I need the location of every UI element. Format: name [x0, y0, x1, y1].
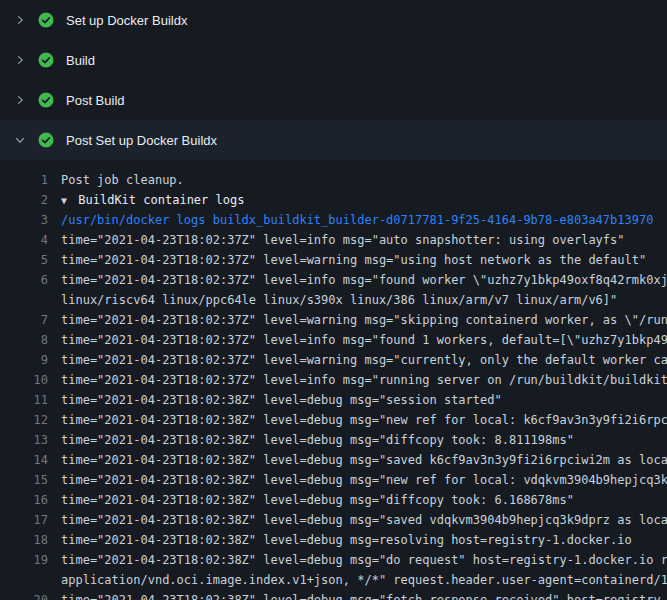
log-line-number[interactable]: 15: [0, 470, 48, 490]
log-line: 4time="2021-04-23T18:02:37Z" level=info …: [0, 230, 667, 250]
log-text: time="2021-04-23T18:02:38Z" level=debug …: [61, 410, 667, 430]
step-header-set-up-docker-buildx[interactable]: Set up Docker Buildx: [0, 0, 667, 40]
log-text: time="2021-04-23T18:02:38Z" level=debug …: [61, 490, 574, 510]
log-line-number[interactable]: 16: [0, 490, 48, 510]
log-line-number[interactable]: 4: [0, 230, 48, 250]
log-line-number[interactable]: 17: [0, 510, 48, 530]
log-line-number[interactable]: 13: [0, 430, 48, 450]
log-text: Post job cleanup.: [61, 170, 184, 190]
log-line-number[interactable]: 1: [0, 170, 48, 190]
log-line-number[interactable]: 7: [0, 310, 48, 330]
log-group-title[interactable]: BuildKit container logs: [71, 193, 244, 207]
log-text: time="2021-04-23T18:02:37Z" level=warnin…: [61, 350, 667, 370]
step-title: Post Set up Docker Buildx: [66, 133, 217, 148]
log-line-number[interactable]: 19: [0, 550, 48, 570]
log-line-number[interactable]: 3: [0, 210, 48, 230]
log-line: 9time="2021-04-23T18:02:37Z" level=warni…: [0, 350, 667, 370]
log-text: time="2021-04-23T18:02:37Z" level=info m…: [61, 370, 667, 390]
log-line-number[interactable]: 18: [0, 530, 48, 550]
log-text: linux/riscv64 linux/ppc64le linux/s390x …: [61, 290, 617, 310]
log-line: 11time="2021-04-23T18:02:38Z" level=debu…: [0, 390, 667, 410]
step-title: Build: [66, 53, 95, 68]
check-circle-icon: [38, 132, 54, 148]
log-line: 15time="2021-04-23T18:02:38Z" level=debu…: [0, 470, 667, 490]
log-text: time="2021-04-23T18:02:38Z" level=debug …: [61, 450, 667, 470]
log-line: 7time="2021-04-23T18:02:37Z" level=warni…: [0, 310, 667, 330]
log-line: 8time="2021-04-23T18:02:37Z" level=info …: [0, 330, 667, 350]
log-text: time="2021-04-23T18:02:38Z" level=debug …: [61, 530, 632, 550]
step-header-post-build[interactable]: Post Build: [0, 80, 667, 120]
log-line-number[interactable]: 20: [0, 590, 48, 600]
check-circle-icon: [38, 52, 54, 68]
log-line-number[interactable]: 14: [0, 450, 48, 470]
step-header-post-set-up-docker-buildx[interactable]: Post Set up Docker Buildx: [0, 120, 667, 160]
log-text: time="2021-04-23T18:02:37Z" level=warnin…: [61, 250, 646, 270]
log-text: time="2021-04-23T18:02:38Z" level=debug …: [61, 470, 667, 490]
log-line: 6time="2021-04-23T18:02:37Z" level=info …: [0, 270, 667, 290]
log-text: time="2021-04-23T18:02:38Z" level=debug …: [61, 550, 667, 570]
log-line: 12time="2021-04-23T18:02:38Z" level=debu…: [0, 410, 667, 430]
log-text: time="2021-04-23T18:02:37Z" level=warnin…: [61, 310, 667, 330]
log-line: 17time="2021-04-23T18:02:38Z" level=debu…: [0, 510, 667, 530]
log-text: application/vnd.oci.image.index.v1+json,…: [61, 570, 667, 590]
check-circle-icon: [38, 12, 54, 28]
step-title: Post Build: [66, 93, 125, 108]
log-text: time="2021-04-23T18:02:37Z" level=info m…: [61, 270, 667, 290]
log-line-number[interactable]: 5: [0, 250, 48, 270]
log-line-number[interactable]: 11: [0, 390, 48, 410]
log-line: 1Post job cleanup.: [0, 170, 667, 190]
log-line-number[interactable]: 6: [0, 270, 48, 290]
log-text: time="2021-04-23T18:02:38Z" level=debug …: [61, 510, 667, 530]
log-line-number[interactable]: 10: [0, 370, 48, 390]
log-line-number[interactable]: 12: [0, 410, 48, 430]
log-text: ▼ BuildKit container logs: [61, 190, 244, 210]
log-line-number[interactable]: 8: [0, 330, 48, 350]
log-line: 19time="2021-04-23T18:02:38Z" level=debu…: [0, 550, 667, 570]
log-line: 16time="2021-04-23T18:02:38Z" level=debu…: [0, 490, 667, 510]
log-line: linux/riscv64 linux/ppc64le linux/s390x …: [0, 290, 667, 310]
log-text: time="2021-04-23T18:02:38Z" level=debug …: [61, 390, 502, 410]
log-line-number[interactable]: 2: [0, 190, 48, 210]
log-text: time="2021-04-23T18:02:38Z" level=debug …: [61, 430, 574, 450]
chevron-right-icon[interactable]: [12, 12, 28, 28]
step-title: Set up Docker Buildx: [66, 13, 187, 28]
log-line-number[interactable]: 9: [0, 350, 48, 370]
chevron-down-icon[interactable]: [12, 132, 28, 148]
log-viewer: 1Post job cleanup.2▼ BuildKit container …: [0, 160, 667, 600]
log-line: 10time="2021-04-23T18:02:37Z" level=info…: [0, 370, 667, 390]
chevron-right-icon[interactable]: [12, 52, 28, 68]
log-line: 5time="2021-04-23T18:02:37Z" level=warni…: [0, 250, 667, 270]
log-line: 14time="2021-04-23T18:02:38Z" level=debu…: [0, 450, 667, 470]
log-line: 13time="2021-04-23T18:02:38Z" level=debu…: [0, 430, 667, 450]
log-line: 3/usr/bin/docker logs buildx_buildkit_bu…: [0, 210, 667, 230]
log-line: application/vnd.oci.image.index.v1+json,…: [0, 570, 667, 590]
log-text: time="2021-04-23T18:02:37Z" level=info m…: [61, 230, 625, 250]
log-line: 18time="2021-04-23T18:02:38Z" level=debu…: [0, 530, 667, 550]
log-text: time="2021-04-23T18:02:38Z" level=debug …: [61, 590, 661, 600]
log-text: time="2021-04-23T18:02:37Z" level=info m…: [61, 330, 667, 350]
check-circle-icon: [38, 92, 54, 108]
triangle-down-icon[interactable]: ▼: [61, 195, 67, 206]
log-command-text[interactable]: /usr/bin/docker logs buildx_buildkit_bui…: [61, 210, 653, 230]
chevron-right-icon[interactable]: [12, 92, 28, 108]
step-header-build[interactable]: Build: [0, 40, 667, 80]
log-line: 2▼ BuildKit container logs: [0, 190, 667, 210]
log-line: 20time="2021-04-23T18:02:38Z" level=debu…: [0, 590, 667, 600]
workflow-steps-list: Set up Docker BuildxBuildPost BuildPost …: [0, 0, 667, 160]
